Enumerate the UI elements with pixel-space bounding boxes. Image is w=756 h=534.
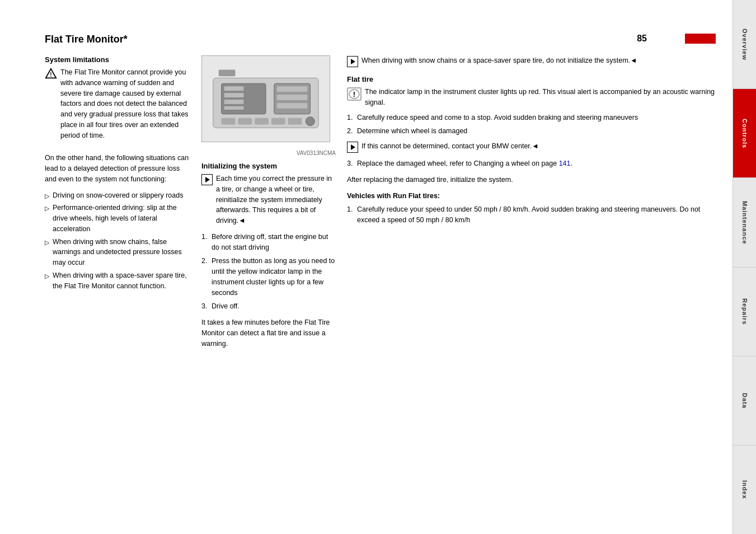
car-dashboard-image (201, 55, 330, 142)
sidebar-tab-controls[interactable]: Controls (733, 89, 756, 178)
bullet-arrow-icon: ▷ (45, 271, 49, 292)
indicator-lamp-icon: ! (347, 87, 361, 101)
list-item: 3. Drive off. (201, 301, 336, 312)
cannot-determine-block: If this cannot be determined, contact yo… (347, 141, 716, 153)
list-item: 3. Replace the damaged wheel, refer to C… (347, 158, 716, 169)
left-column: System limitations ! The Flat Tire Monit… (45, 55, 190, 354)
image-caption: VAV0313NCMA (201, 150, 336, 156)
following-text: On the other hand, the following situati… (45, 153, 190, 184)
list-item: 2. Press the button as long as you need … (201, 256, 336, 298)
sidebar-tab-repairs[interactable]: Repairs (733, 268, 756, 357)
list-item: 1. Before driving off, start the engine … (201, 232, 336, 253)
bullet-arrow-icon: ▷ (45, 238, 49, 268)
step3-list: 3. Replace the damaged wheel, refer to C… (347, 158, 716, 169)
svg-text:!: ! (50, 72, 51, 78)
list-item: 1. Carefully reduce your speed to under … (347, 204, 716, 226)
svg-rect-10 (277, 86, 308, 92)
list-item: ▷ Performance-oriented driving: slip at … (45, 203, 190, 234)
svg-point-18 (306, 117, 314, 126)
system-limitations-heading: System limitations (45, 55, 190, 64)
run-flat-title: Vehicles with Run Flat tires: (347, 191, 716, 202)
flat-tire-indicator-block: ! The indicator lamp in the instrument c… (347, 87, 716, 108)
init-note-text: Each time you correct the pressure in a … (216, 174, 336, 226)
page-title: Flat Tire Monitor* (45, 34, 128, 45)
list-item: 1. Carefully reduce speed and come to a … (347, 113, 716, 123)
sidebar-tab-maintenance[interactable]: Maintenance (733, 178, 756, 267)
back-symbol: ◄ (630, 57, 637, 64)
sidebar-tab-index[interactable]: Index (733, 446, 756, 534)
svg-rect-14 (238, 118, 252, 125)
svg-rect-15 (255, 118, 269, 125)
page-link[interactable]: 141 (559, 160, 571, 167)
flat-tire-heading: Flat tire (347, 75, 716, 83)
dashboard-svg (202, 55, 330, 142)
svg-rect-16 (271, 118, 285, 125)
page-number: 85 (637, 34, 647, 44)
warning-block: ! The Flat Tire Monitor cannot provide y… (45, 67, 190, 146)
play-triangle-icon (205, 177, 210, 182)
snow-chains-block: When driving with snow chains or a space… (347, 55, 716, 67)
right-sidebar: Overview Controls Maintenance Repairs Da… (732, 0, 756, 534)
play-triangle-icon (351, 144, 355, 150)
back-symbol: ◄ (532, 142, 538, 150)
svg-rect-5 (224, 86, 244, 91)
flat-tire-steps-list: 1. Carefully reduce speed and come to a … (347, 113, 716, 137)
list-item: ▷ When driving with snow chains, false w… (45, 237, 190, 268)
play-icon (201, 174, 213, 185)
svg-rect-19 (219, 69, 236, 76)
right-column: When driving with snow chains or a space… (347, 55, 716, 354)
sidebar-tab-overview[interactable]: Overview (733, 0, 756, 89)
cannot-determine-text: If this cannot be determined, contact yo… (361, 141, 539, 152)
warning-text: The Flat Tire Monitor cannot provide you… (60, 67, 190, 140)
svg-rect-12 (277, 103, 308, 109)
center-column: VAV0313NCMA Initializing the system Each… (201, 55, 336, 354)
list-item: ▷ Driving on snow-covered or slippery ro… (45, 190, 190, 201)
svg-rect-11 (277, 95, 308, 100)
svg-rect-13 (222, 118, 236, 125)
init-note-block: Each time you correct the pressure in a … (201, 174, 336, 226)
bullet-list: ▷ Driving on snow-covered or slippery ro… (45, 190, 190, 292)
svg-rect-8 (224, 106, 244, 110)
bullet-arrow-icon: ▷ (45, 204, 49, 234)
after-replace-text: After replacing the damaged tire, initia… (347, 175, 716, 185)
svg-text:!: ! (353, 90, 355, 99)
snow-chains-text: When driving with snow chains or a space… (361, 55, 637, 66)
svg-rect-6 (224, 93, 244, 97)
init-steps-list: 1. Before driving off, start the engine … (201, 232, 336, 312)
sidebar-tab-data[interactable]: Data (733, 357, 756, 446)
play-icon (347, 142, 358, 153)
back-symbol: ◄ (238, 217, 245, 224)
list-item: ▷ When driving with a space-saver spare … (45, 270, 190, 292)
footer-text: It takes a few minutes before the Flat T… (201, 317, 336, 349)
run-flat-steps: 1. Carefully reduce your speed to under … (347, 204, 716, 226)
svg-rect-7 (224, 100, 244, 104)
flat-tire-indicator-text: The indicator lamp in the instrument clu… (365, 87, 716, 108)
page-number-bar (685, 34, 716, 44)
play-triangle-icon (351, 59, 355, 64)
play-icon (347, 56, 358, 67)
warning-triangle-icon: ! (45, 68, 57, 146)
initializing-heading: Initializing the system (201, 162, 336, 170)
list-item: 2. Determine which wheel is damaged (347, 126, 716, 137)
bullet-arrow-icon: ▷ (45, 191, 49, 201)
svg-rect-17 (288, 118, 302, 125)
